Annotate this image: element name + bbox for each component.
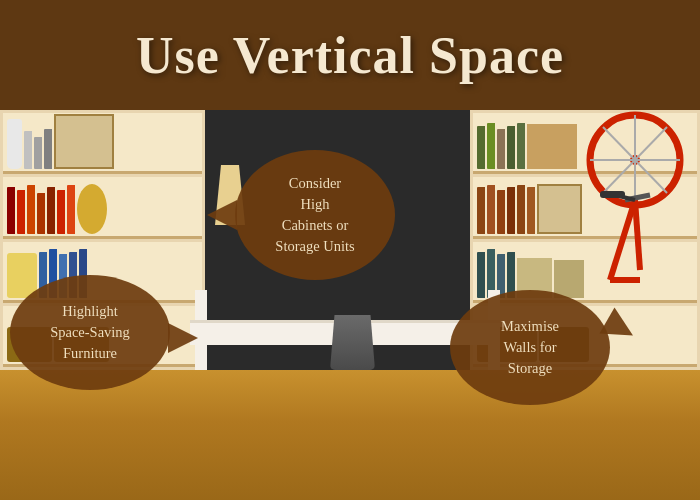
callout-right-line2: Walls for bbox=[503, 339, 556, 355]
callout-right-line3: Storage bbox=[508, 360, 552, 376]
callout-center: Consider High Cabinets or Storage Units bbox=[235, 150, 395, 280]
wastebasket bbox=[330, 315, 375, 370]
callout-center-line2: High bbox=[301, 196, 330, 212]
svg-line-7 bbox=[635, 200, 640, 270]
page-title: Use Vertical Space bbox=[136, 26, 564, 85]
svg-rect-11 bbox=[600, 191, 625, 198]
shelf-row-2 bbox=[3, 177, 202, 238]
shelf-row-1 bbox=[3, 113, 202, 174]
callout-center-line4: Storage Units bbox=[275, 238, 354, 254]
callout-bubble-right: Maximise Walls for Storage bbox=[450, 290, 610, 405]
header-overlay: Use Vertical Space bbox=[0, 0, 700, 110]
svg-line-6 bbox=[610, 200, 635, 280]
callout-bubble-center: Consider High Cabinets or Storage Units bbox=[235, 150, 395, 280]
callout-left-line3: Furniture bbox=[63, 345, 117, 361]
bicycle bbox=[540, 100, 690, 320]
main-container: Use Vertical Space Consider High Cabinet… bbox=[0, 0, 700, 500]
callout-center-line1: Consider bbox=[289, 175, 341, 191]
callout-left-line1: Highlight bbox=[62, 303, 118, 319]
callout-left-line2: Space-Saving bbox=[50, 324, 130, 340]
callout-left: Highlight Space-Saving Furniture bbox=[10, 275, 170, 390]
callout-right-line1: Maximise bbox=[501, 318, 559, 334]
callout-center-line3: Cabinets or bbox=[282, 217, 348, 233]
callout-right: Maximise Walls for Storage bbox=[450, 290, 610, 405]
callout-bubble-left: Highlight Space-Saving Furniture bbox=[10, 275, 170, 390]
